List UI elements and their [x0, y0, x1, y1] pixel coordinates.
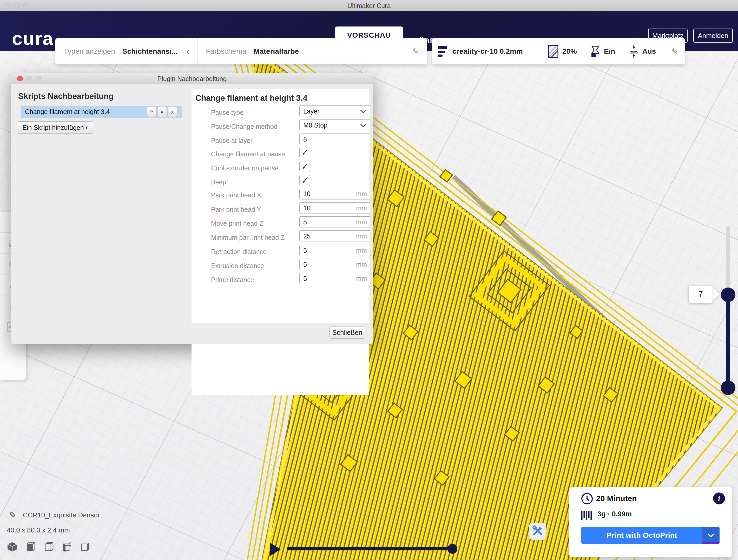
- print-time: 20 Minuten: [596, 494, 637, 503]
- cura-logo: cura.: [12, 29, 59, 48]
- field-label: Prime distance: [211, 276, 254, 284]
- type-value-dropdown[interactable]: Schichtenansi...: [122, 47, 178, 56]
- field-value: 10: [303, 204, 356, 212]
- signin-button[interactable]: Anmelden: [693, 29, 733, 43]
- view-right-icon[interactable]: [79, 541, 91, 553]
- field-checkbox[interactable]: ✓: [299, 161, 310, 172]
- field-value: 8: [303, 136, 371, 143]
- path-scrubber-handle[interactable]: [447, 544, 457, 554]
- printer-name: creality-cr-10 0.2mm: [452, 47, 523, 56]
- layer-value-label: 7: [689, 286, 713, 303]
- close-dialog-button[interactable]: Schließen: [330, 326, 365, 339]
- field-checkbox[interactable]: ✓: [299, 147, 310, 158]
- field-row: Pause typeLayer: [192, 105, 369, 119]
- view-front-icon[interactable]: [24, 541, 36, 553]
- field-value: Layer: [303, 107, 361, 115]
- infill-value: 20%: [562, 47, 577, 56]
- field-input[interactable]: 25mm: [299, 230, 371, 242]
- clock-icon: [581, 493, 593, 505]
- print-summary-panel: 20 Minuten i 3g · 0.99m Print with OctoP…: [570, 487, 732, 557]
- field-input[interactable]: 5mm: [299, 259, 371, 270]
- chevron-down-icon: [360, 107, 366, 113]
- field-label: Pause/Change method: [211, 123, 278, 130]
- view-orientation-bar: [6, 541, 91, 553]
- chevron-down-icon: [360, 121, 366, 127]
- collapse-chevron-icon[interactable]: ‹: [187, 46, 190, 56]
- window-title: Ultimaker Cura: [0, 2, 738, 10]
- field-row: Pause at layer8: [192, 133, 369, 147]
- field-dropdown[interactable]: Layer: [299, 105, 371, 117]
- field-label: Minimum par...rint head Z: [211, 234, 285, 241]
- field-label: Park print head X: [211, 191, 261, 199]
- field-label: Pause type: [211, 109, 244, 116]
- scheme-value-dropdown[interactable]: Materialfarbe: [254, 47, 299, 56]
- field-row: Minimum par...rint head Z25mm: [192, 230, 369, 244]
- layer-slider-lower-handle[interactable]: [721, 381, 735, 395]
- field-input[interactable]: 5mm: [299, 245, 371, 256]
- model-name: CCR10_Exquisite Densor: [23, 511, 100, 519]
- print-with-octoprint-button[interactable]: Print with OctoPrint: [581, 527, 702, 544]
- field-unit: mm: [356, 204, 367, 212]
- edit-printer-pencil-icon[interactable]: ✎: [671, 46, 678, 56]
- support-icon: [591, 45, 601, 58]
- field-label: Park print head Y: [211, 206, 261, 213]
- field-input[interactable]: 5mm: [299, 273, 371, 284]
- infill-icon: [548, 45, 559, 58]
- view-3d-icon[interactable]: [6, 541, 18, 553]
- field-input[interactable]: 10mm: [299, 202, 371, 214]
- chevron-down-icon: [708, 532, 714, 538]
- script-move-up-button[interactable]: ^: [147, 107, 156, 117]
- scheme-label: Farbschema: [206, 47, 246, 56]
- add-script-button[interactable]: Ein Skript hinzufügen ▾: [17, 121, 93, 134]
- add-script-caret-icon: ▾: [85, 125, 88, 130]
- field-row: Park print head X10mm: [192, 188, 369, 202]
- layers-icon: [438, 46, 447, 57]
- script-remove-button[interactable]: x: [167, 107, 177, 117]
- field-dropdown[interactable]: M0 Stop: [299, 119, 371, 131]
- print-options-dropdown[interactable]: [702, 527, 720, 544]
- path-scrubber-track[interactable]: [287, 547, 457, 550]
- field-label: Extrusion distance: [211, 262, 264, 269]
- field-unit: mm: [356, 247, 367, 254]
- material-icon: [581, 510, 594, 521]
- field-label: Change filament at pause: [211, 150, 285, 158]
- field-value: 5: [303, 261, 356, 268]
- field-unit: mm: [356, 190, 367, 198]
- view-top-icon[interactable]: [43, 541, 55, 553]
- printer-config-card[interactable]: creality-cr-10 0.2mm 20% Ein Aus ✎: [432, 38, 685, 64]
- play-button[interactable]: [270, 543, 281, 556]
- adhesion-icon: [629, 45, 639, 58]
- dialog-titlebar[interactable]: Plugin Nachbearbeitung: [11, 73, 373, 84]
- field-input[interactable]: 10mm: [299, 188, 371, 199]
- layer-slider-upper-handle[interactable]: [721, 288, 735, 302]
- field-input[interactable]: 8: [299, 133, 371, 145]
- scripts-heading: Skripts Nachbearbeitung: [18, 92, 113, 101]
- field-value: 5: [303, 218, 356, 226]
- field-row: Pause/Change methodM0 Stop: [192, 119, 369, 133]
- field-checkbox[interactable]: ✓: [299, 175, 310, 186]
- window-titlebar: Ultimaker Cura: [0, 0, 738, 11]
- field-value: 25: [303, 232, 356, 240]
- model-dimensions: 40.0 x 80.0 x 2.4 mm: [7, 526, 70, 534]
- info-icon[interactable]: i: [713, 493, 725, 504]
- field-row: Retraction distance5mm: [192, 245, 369, 259]
- field-label: Move print head Z: [211, 220, 264, 227]
- view-left-icon[interactable]: [61, 541, 73, 553]
- dialog-title: Plugin Nachbearbeitung: [11, 75, 373, 83]
- edit-view-pencil-icon[interactable]: ✎: [412, 46, 419, 56]
- script-settings-panel: Change filament at height 3.4 Pause type…: [192, 89, 369, 395]
- adjust-tools-button[interactable]: [529, 523, 546, 540]
- support-value: Ein: [604, 47, 615, 56]
- rename-model-pencil-icon[interactable]: ✎: [9, 510, 16, 520]
- field-row: Prime distance5mm: [192, 273, 369, 287]
- view-options-card: Typen anzeigen Schichtenansi... ‹ Farbsc…: [55, 38, 427, 64]
- script-move-down-button[interactable]: v: [157, 107, 167, 117]
- dialog-footer: [11, 323, 373, 344]
- type-label: Typen anzeigen: [64, 47, 115, 56]
- field-value: 5: [303, 275, 356, 283]
- field-input[interactable]: 5mm: [299, 216, 371, 228]
- field-label: Pause at layer: [211, 137, 253, 144]
- field-value: M0 Stop: [303, 121, 361, 129]
- layer-slider-range[interactable]: [726, 295, 730, 388]
- tools-wrench-icon: [532, 525, 543, 537]
